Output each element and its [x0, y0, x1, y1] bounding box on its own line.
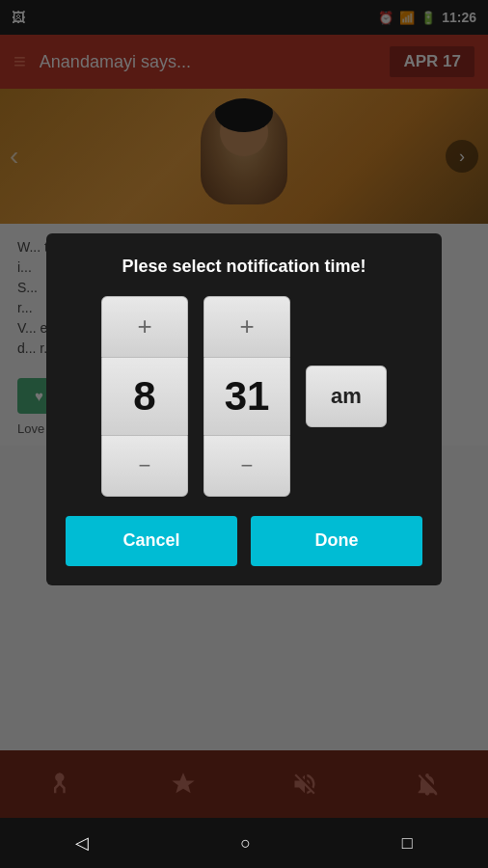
hour-value[interactable]: 8 — [101, 358, 188, 435]
recents-button[interactable]: □ — [402, 833, 413, 854]
minute-decrement-button[interactable]: − — [203, 435, 290, 497]
minute-increment-button[interactable]: + — [203, 296, 290, 358]
cancel-button[interactable]: Cancel — [66, 516, 237, 566]
modal-overlay: Plese select notification time! + 8 − + … — [0, 0, 488, 818]
minute-spinner: + 31 − — [203, 296, 290, 497]
hour-spinner: + 8 − — [101, 296, 188, 497]
ampm-toggle[interactable]: am — [306, 366, 387, 427]
minute-value[interactable]: 31 — [203, 358, 290, 435]
hour-increment-button[interactable]: + — [101, 296, 188, 358]
dialog-buttons: Cancel Done — [66, 516, 422, 566]
dialog-title: Plese select notification time! — [122, 257, 366, 277]
android-nav: ◁ ○ □ — [0, 818, 488, 868]
back-button[interactable]: ◁ — [75, 832, 89, 854]
done-button[interactable]: Done — [251, 516, 422, 566]
time-picker: + 8 − + 31 − am — [101, 296, 387, 497]
home-button[interactable]: ○ — [240, 833, 251, 854]
notification-dialog: Plese select notification time! + 8 − + … — [46, 233, 442, 585]
hour-decrement-button[interactable]: − — [101, 435, 188, 497]
